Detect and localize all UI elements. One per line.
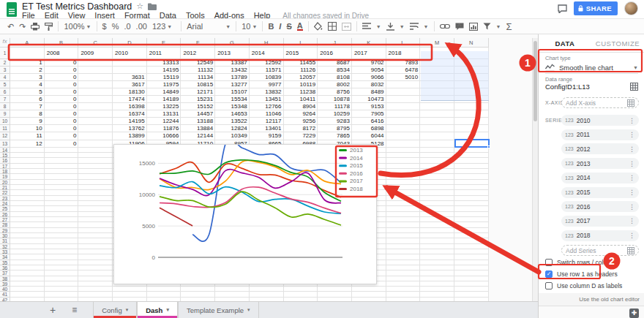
cell-C8[interactable] [78,103,113,110]
grid-corner[interactable]: fx [0,38,10,48]
embedded-chart[interactable]: 150001000050000201320142015201620172018 [113,144,377,284]
tab-customize[interactable]: CUSTOMIZE [591,34,644,52]
cell-B24[interactable] [45,201,79,206]
cell-G4[interactable]: 13789 [215,74,250,81]
row-header-22[interactable]: 22 [0,190,10,195]
cell-N41[interactable] [454,292,489,297]
cell-H4[interactable]: 10839 [250,74,284,81]
select-range-icon[interactable] [627,99,634,107]
cell-H6[interactable]: 13832 [250,88,284,96]
cell-F1[interactable]: 2012 [181,48,215,59]
cell-M23[interactable] [420,196,454,201]
row-header-2[interactable]: 2 [0,59,10,67]
cell-A28[interactable] [10,222,45,227]
cell-L15[interactable] [386,153,421,158]
cell-D12[interactable]: 13899 [113,132,147,140]
cell-M15[interactable] [420,153,454,158]
cell-B33[interactable] [45,249,79,254]
cell-M24[interactable] [420,201,454,206]
series-pill-2018[interactable]: 1232018⋮ [561,230,639,241]
merge-cells-icon[interactable] [342,23,351,31]
cell-G7[interactable]: 15534 [215,96,250,103]
cell-C23[interactable] [78,196,113,201]
cell-K40[interactable] [352,287,386,292]
cell-C21[interactable] [78,185,113,190]
cell-B15[interactable] [45,153,79,158]
cell-B14[interactable] [45,148,79,153]
horizontal-align-icon[interactable] [362,23,371,30]
series-options-icon[interactable]: ⋮ [629,145,635,153]
row-header-1[interactable]: 1 [0,48,10,59]
cell-N24[interactable] [454,201,489,206]
cell-C6[interactable] [78,88,113,96]
cell-B32[interactable] [45,244,79,249]
cell-J8[interactable]: 11178 [318,103,352,110]
cell-B40[interactable] [45,287,79,292]
number-format-123[interactable]: 123▼ [152,22,172,31]
cell-B23[interactable] [45,196,79,201]
cell-M14[interactable] [420,148,454,153]
cell-K3[interactable]: 9054 [352,67,386,74]
cell-N38[interactable] [454,276,489,281]
paint-format-icon[interactable] [45,23,53,31]
cell-K12[interactable]: 6044 [352,132,386,140]
cell-L37[interactable] [386,270,421,276]
cell-N36[interactable] [454,265,489,270]
cell-I6[interactable]: 11238 [284,88,318,96]
text-color-icon[interactable]: A [297,22,303,31]
row-header-6[interactable]: 6 [0,88,10,96]
cell-H10[interactable]: 12117 [250,118,284,125]
cell-C22[interactable] [78,190,113,195]
undo-icon[interactable]: ↶ [7,22,14,31]
cell-N39[interactable] [454,281,489,287]
cell-A10[interactable]: 9 [10,118,45,125]
cell-C37[interactable] [78,270,113,276]
cell-N21[interactable] [454,185,489,190]
cell-H2[interactable]: 12592 [250,59,284,67]
cell-L32[interactable] [386,244,421,249]
cell-E5[interactable]: 11975 [147,81,181,88]
cell-J4[interactable]: 8108 [318,74,352,81]
cell-N35[interactable] [454,260,489,265]
cell-A36[interactable] [10,265,45,270]
cell-L30[interactable] [386,233,421,238]
cell-M18[interactable] [420,169,454,174]
cell-H8[interactable]: 12766 [250,103,284,110]
cell-B18[interactable] [45,169,79,174]
sheets-logo-icon[interactable] [6,2,18,17]
functions-icon[interactable]: Σ [506,21,512,32]
cell-A12[interactable]: 11 [10,132,45,140]
cell-L12[interactable] [386,132,421,140]
select-range-icon[interactable] [627,247,634,254]
filter-icon[interactable] [483,23,491,30]
cell-B22[interactable] [45,190,79,195]
zoom-select[interactable]: 100% ▼ [64,22,91,31]
cell-B2[interactable]: 0 [45,59,79,67]
star-icon[interactable]: ☆ [136,1,143,11]
column-header-J[interactable]: J [318,38,352,48]
cell-H40[interactable] [250,287,284,292]
cell-H5[interactable]: 9977 [250,81,284,88]
cell-B36[interactable] [45,265,79,270]
cell-N23[interactable] [454,196,489,201]
cell-N40[interactable] [454,287,489,292]
cell-C18[interactable] [78,169,113,174]
cell-N16[interactable] [454,158,489,163]
text-wrap-icon[interactable] [410,23,419,30]
cell-E3[interactable]: 14195 [147,67,181,74]
cell-B29[interactable] [45,228,79,233]
column-header-I[interactable]: I [284,38,318,48]
cell-E12[interactable]: 10666 [147,132,181,140]
cell-I40[interactable] [284,287,318,292]
cell-K8[interactable]: 9153 [352,103,386,110]
cell-E4[interactable]: 15119 [147,74,181,81]
cell-A11[interactable]: 10 [10,125,45,132]
cell-B28[interactable] [45,222,79,227]
cell-N37[interactable] [454,270,489,276]
cell-F3[interactable]: 11132 [181,67,215,74]
option-use-row-1-as-headers[interactable]: ✓Use row 1 as headers [545,269,639,279]
cell-E10[interactable]: 12244 [147,118,181,125]
cell-B3[interactable]: 0 [45,67,79,74]
cell-G41[interactable] [215,292,250,297]
cell-F12[interactable]: 12144 [181,132,215,140]
